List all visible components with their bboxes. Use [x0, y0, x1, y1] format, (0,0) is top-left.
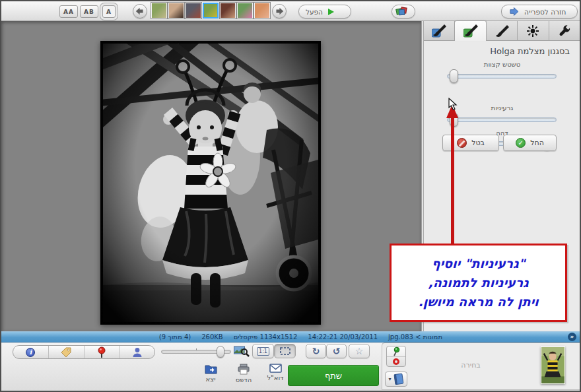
annotation-line: "גרעיניות" יוסיף — [392, 254, 565, 273]
status-datetime: 14:22:21 20/03/2011 — [308, 333, 378, 341]
brush-icon — [495, 24, 509, 38]
status-bar: תמונות > 083.jpg 14:22:21 20/03/2011 113… — [1, 331, 580, 343]
annotation-callout: "גרעיניות" יוסיף גרעיניות לתמונה, ויתן ל… — [390, 244, 567, 322]
rotate-clockwise-button[interactable]: ↻ — [306, 344, 326, 358]
add-to-album-button[interactable]: ▾ — [385, 372, 407, 387]
filmstrip-thumbnail-selected[interactable] — [203, 3, 219, 18]
rotate-cw-icon: ↻ — [312, 346, 320, 356]
status-file-size: 260KB — [201, 333, 223, 341]
slider-thumb[interactable] — [450, 69, 458, 83]
check-icon: ✓ — [516, 138, 526, 148]
email-button[interactable]: דוא"ל — [261, 364, 290, 381]
tab-lighting-adjustments[interactable] — [518, 21, 549, 41]
back-to-library-button[interactable]: חזרה לספרייה — [501, 5, 578, 18]
effect-title: בסגנון מצלמת Holga — [424, 46, 570, 56]
cancel-icon — [457, 138, 467, 148]
sun-icon — [526, 24, 539, 38]
selection-tray: ▾ בחירה — [382, 343, 580, 390]
slider-graininess[interactable] — [447, 117, 557, 122]
filmstrip-thumbnail[interactable] — [237, 3, 253, 18]
mouse-cursor-icon — [448, 98, 458, 111]
share-button[interactable]: שתף — [288, 365, 379, 386]
play-button-label: הפעל — [306, 8, 323, 16]
print-button[interactable]: הדפס — [230, 364, 257, 383]
arrow-left-icon — [135, 7, 145, 15]
info-icon: i — [26, 348, 35, 357]
filmstrip-thumbnail[interactable] — [186, 3, 201, 18]
status-expander-button[interactable]: » — [568, 333, 576, 341]
back-button-label: חזרה לספרייה — [524, 8, 566, 16]
arrow-right-icon — [275, 7, 284, 15]
compare-aa-button[interactable]: AA — [59, 5, 78, 18]
top-toolbar: AA AB A הפעל — [1, 1, 580, 21]
export-button[interactable]: יצא — [197, 364, 224, 383]
slider-label-blur-edges: טשטש קצוות — [424, 61, 580, 68]
tag-icon — [61, 347, 71, 358]
one-to-one-icon: 1:1 — [257, 347, 269, 356]
photo-image — [100, 41, 321, 325]
actual-size-button[interactable]: 1:1 — [252, 344, 274, 358]
apply-button[interactable]: ✓ החל — [503, 135, 557, 151]
rotate-counterclockwise-button[interactable]: ↺ — [326, 344, 347, 358]
zoom-slider[interactable] — [161, 350, 231, 354]
export-folder-icon — [205, 364, 217, 374]
filmstrip-thumbnail[interactable] — [220, 3, 236, 18]
filmstrip-thumbnail[interactable] — [168, 3, 184, 18]
envelope-icon — [269, 364, 282, 373]
zoom-slider-thumb[interactable] — [217, 346, 224, 358]
print-button-label: הדפס — [236, 376, 252, 383]
cancel-button-label: בטל — [471, 139, 485, 147]
clear-circle-icon — [393, 358, 399, 365]
share-button-label: שתף — [325, 371, 342, 381]
printer-icon — [238, 364, 250, 375]
apply-button-label: החל — [530, 139, 544, 147]
collage-photos-icon — [396, 7, 408, 16]
previous-photo-button[interactable] — [133, 4, 147, 18]
clear-selection-button[interactable] — [387, 357, 405, 366]
filmstrip-thumbnail[interactable] — [254, 3, 270, 18]
selection-hold-clear-group — [386, 346, 406, 367]
export-button-label: יצא — [206, 376, 216, 383]
map-pin-icon — [96, 346, 107, 358]
photo-canvas — [1, 21, 422, 331]
status-dimensions: 1134x1512 פיקסלים — [234, 333, 298, 341]
brush-green-icon — [463, 24, 478, 38]
pushpin-icon — [392, 346, 401, 356]
hold-selection-button[interactable] — [387, 346, 405, 357]
info-button[interactable]: i — [13, 346, 49, 358]
picasa-window: AA AB A הפעל — [0, 0, 581, 392]
tab-fine-tuning[interactable] — [549, 21, 580, 41]
email-button-label: דוא"ל — [267, 374, 283, 381]
tags-button[interactable] — [49, 346, 85, 358]
selection-tray-label: בחירה — [425, 361, 517, 370]
status-position-count: (4 מתוך 9) — [159, 333, 191, 341]
caret-down-icon: ▾ — [388, 376, 391, 382]
people-button[interactable] — [120, 346, 154, 358]
play-slideshow-button[interactable]: הפעל — [298, 5, 351, 18]
annotation-line: גרעיניות לתמונה, — [392, 273, 565, 292]
compare-a-button[interactable]: A — [102, 5, 116, 18]
selected-photo-thumbnail[interactable] — [541, 346, 565, 384]
geotag-button[interactable] — [85, 346, 120, 358]
compare-ab-button[interactable]: AB — [80, 5, 98, 18]
play-icon — [328, 9, 334, 15]
metadata-button-group: i — [13, 345, 155, 359]
arrow-right-blue-icon — [508, 7, 519, 16]
filmstrip-thumbnail[interactable] — [151, 3, 167, 18]
slider-blur-edges[interactable] — [447, 74, 557, 79]
album-book-icon — [393, 373, 404, 385]
tab-commonly-needed-fixes[interactable] — [424, 21, 455, 41]
filmstrip — [151, 3, 270, 18]
star-icon: ☆ — [355, 346, 364, 356]
tab-fun-useful-processing[interactable] — [455, 21, 486, 41]
tab-more-processing[interactable] — [487, 21, 518, 41]
edit-tabs — [424, 21, 580, 41]
star-button[interactable]: ☆ — [349, 344, 370, 358]
create-collage-button[interactable] — [392, 5, 415, 18]
wrench-icon — [558, 24, 571, 38]
rotate-ccw-icon: ↺ — [333, 346, 341, 356]
photo-zoom-icon — [234, 345, 250, 357]
fit-to-window-button[interactable] — [274, 344, 296, 358]
next-photo-button[interactable] — [272, 4, 287, 18]
status-breadcrumb: תמונות > 083.jpg — [388, 333, 442, 341]
